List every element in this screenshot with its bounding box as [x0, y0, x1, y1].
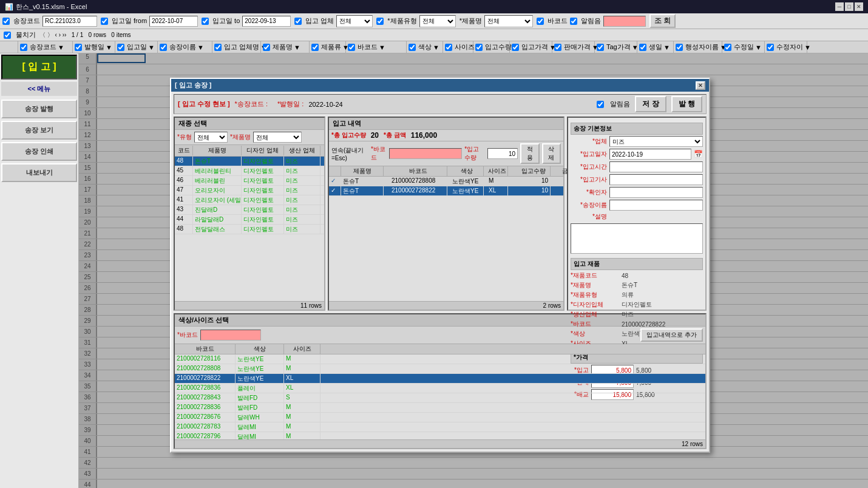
제품명-filter-select[interactable]: 전체 [253, 132, 302, 143]
barcode-input[interactable] [389, 148, 462, 159]
color-row-item[interactable]: 2100002728808 노란색YE M [175, 364, 705, 374]
제품명-select[interactable]: 전체 [484, 15, 533, 27]
제품유형-select[interactable]: 전체 [419, 15, 456, 27]
col-발행일[interactable]: 발행일▼ [73, 41, 115, 53]
바코드-input[interactable] [603, 16, 646, 27]
조회-button[interactable]: 조 회 [649, 14, 676, 28]
col-행성자이름-checkbox[interactable] [676, 44, 683, 51]
col-수정자이-checkbox[interactable] [767, 44, 774, 51]
col-입고수량[interactable]: 입고수량▼ [473, 41, 510, 53]
col-생일[interactable]: 생일▼ [637, 41, 674, 53]
col-송장코드-checkbox[interactable] [20, 44, 27, 51]
color-barcode-input[interactable] [200, 330, 261, 341]
바코드-checkbox[interactable] [537, 18, 544, 25]
col-입고가격[interactable]: 입고가격▼ [510, 41, 552, 53]
입고내역추가-button[interactable]: 입고내역으로 추가 [640, 328, 703, 342]
mid-row-item[interactable]: ✓ 돈슈T 2100002728808 노란색YE M 10 5.8 [329, 177, 563, 186]
송장코드-checkbox[interactable] [2, 18, 10, 25]
col-tag가격-checkbox[interactable] [597, 44, 604, 51]
list-item[interactable]: 41 오리모자이 (세밀) 디자인펠토 미즈 [175, 195, 324, 205]
modal-알림음-checkbox[interactable] [597, 101, 604, 108]
color-row-item[interactable]: 2100002728843 발레FD S [175, 393, 705, 403]
업체-select[interactable]: 미즈 [609, 136, 703, 147]
송장코드-input[interactable] [42, 16, 97, 27]
sidebar-item-menu[interactable]: << 메뉴 [1, 82, 77, 96]
color-row-item[interactable]: 2100002728822 노란색YE XL [175, 374, 705, 384]
입고업체-checkbox[interactable] [294, 18, 302, 25]
color-row-item[interactable]: 2100002728836 플레이 XL [175, 384, 705, 393]
col-입고업체명[interactable]: 입고 업체명▼ [212, 41, 261, 53]
modal-close-button[interactable]: ✕ [696, 81, 705, 90]
송장이름-input[interactable] [609, 200, 703, 211]
sidebar-item-송장발행[interactable]: 송장 발행 [1, 100, 77, 118]
col-입고일[interactable]: 입고일▼ [115, 41, 158, 53]
minimize-button[interactable]: ─ [835, 2, 844, 11]
list-item[interactable]: 45 베리러블린티 디자인펠토 미즈 [175, 166, 324, 176]
qty-input[interactable] [487, 148, 518, 159]
col-바코드[interactable]: 바코드▼ [346, 41, 407, 53]
col-송장이름[interactable]: 송장이름▼ [158, 41, 212, 53]
입고일자-input[interactable] [609, 149, 691, 160]
col-사이즈-checkbox[interactable] [445, 44, 452, 51]
list-item[interactable]: 43 진달래D 디자인펠토 미즈 [175, 205, 324, 215]
col-tag가격[interactable]: Tag가격▼ [595, 41, 637, 53]
입고일to-input[interactable] [242, 16, 291, 27]
col-입고업체명-checkbox[interactable] [214, 44, 222, 51]
col-제품류-checkbox[interactable] [311, 44, 319, 51]
list-item[interactable]: 46 베리러블린 디자인펠토 미즈 [175, 176, 324, 186]
col-입고가격-checkbox[interactable] [512, 44, 519, 51]
close-button[interactable]: ✕ [855, 2, 863, 11]
col-제품명[interactable]: 제품명▼ [261, 41, 310, 53]
list-item[interactable]: 48 전달달래스 디자인펠토 미즈 [175, 225, 324, 234]
color-row-item[interactable]: 2100002728116 노란색YE M [175, 354, 705, 364]
col-입고수량-checkbox[interactable] [475, 44, 483, 51]
col-송장이름-checkbox[interactable] [160, 44, 167, 51]
mid-row-item[interactable]: ✓ 돈슈T 2100002728822 노란색YE XL 10 5.8 [329, 186, 563, 196]
입고일from-checkbox[interactable] [101, 18, 108, 25]
col-발행일-checkbox[interactable] [75, 44, 82, 51]
col-생일-checkbox[interactable] [639, 44, 646, 51]
color-row-item[interactable]: 2100002728836 발레FD M [175, 403, 705, 413]
list-item[interactable]: 44 라말달래D 디자인펠토 미즈 [175, 215, 324, 225]
삭제-button[interactable]: 삭제 [542, 143, 561, 164]
col-행성자이름[interactable]: 행성자이름▼ [674, 41, 722, 53]
입고업체-select[interactable]: 전체 [336, 15, 373, 27]
list-item[interactable]: 48 돈슈T 디자인펠토 미즈 [175, 157, 324, 166]
col-판매가격[interactable]: 판매가격▼ [552, 41, 595, 53]
입고기사-input[interactable] [609, 174, 703, 185]
적용-button[interactable]: 적용 [520, 143, 539, 164]
입고일to-checkbox[interactable] [202, 18, 209, 25]
col-판매가격-checkbox[interactable] [554, 44, 561, 51]
sidebar-item-내보내기[interactable]: 내보내기 [1, 163, 77, 182]
col-제품류[interactable]: 제품류▼ [310, 41, 346, 53]
설명-textarea[interactable] [571, 223, 703, 254]
col-바코드-checkbox[interactable] [348, 44, 355, 51]
제품유형-checkbox[interactable] [376, 18, 384, 25]
col-입고일-checkbox[interactable] [117, 44, 124, 51]
sidebar-item-송장보기[interactable]: 송장 보기 [1, 121, 77, 140]
col-색상-checkbox[interactable] [409, 44, 416, 51]
maximize-button[interactable]: □ [845, 2, 853, 11]
col-송장코드[interactable]: 송장코드 ▼ [18, 41, 73, 53]
color-row-item[interactable]: 2100002728796 달레MI M [175, 432, 705, 439]
col-수정자이[interactable]: 수정자이▼ [765, 41, 807, 53]
color-row-item[interactable]: 2100002728783 달레MI M [175, 422, 705, 432]
col-색상[interactable]: 색상▼ [407, 41, 443, 53]
col-수정일[interactable]: 수정일▼ [722, 41, 765, 53]
물치기-checkbox[interactable] [4, 32, 11, 39]
확인자-input[interactable] [609, 187, 703, 198]
list-item[interactable]: 47 오리모자이 디자인펠토 미즈 [175, 186, 324, 195]
calendar-icon[interactable]: 📅 [694, 150, 703, 158]
발행-button[interactable]: 발 행 [671, 96, 702, 112]
유형-filter-select[interactable]: 전체 [194, 132, 228, 143]
입고일from-input[interactable] [149, 16, 198, 27]
window-controls[interactable]: ─ □ ✕ [835, 2, 863, 11]
sidebar-item-송장인쇄[interactable]: 송장 인쇄 [1, 142, 77, 161]
col-제품명-checkbox[interactable] [263, 44, 270, 51]
알림음-checkbox[interactable] [570, 18, 577, 25]
color-row-item[interactable]: 2100002728676 달레WH M [175, 413, 705, 422]
col-사이즈[interactable]: 사이즈▼ [443, 41, 473, 53]
입고시간-input[interactable] [609, 161, 703, 172]
col-수정일-checkbox[interactable] [724, 44, 731, 51]
저장-button[interactable]: 저 장 [635, 96, 666, 112]
